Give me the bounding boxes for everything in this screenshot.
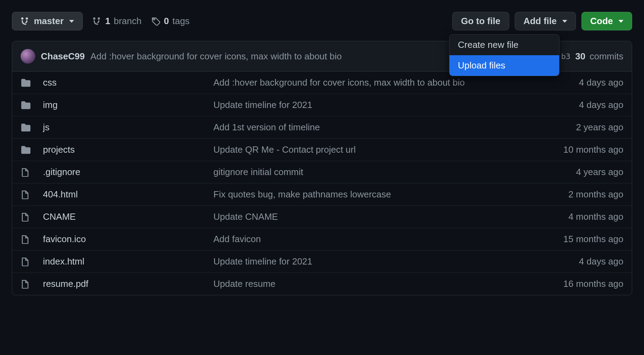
caret-down-icon <box>69 20 74 23</box>
file-commit-message[interactable]: Update timeline for 2021 <box>213 100 530 110</box>
folder-icon <box>21 122 40 133</box>
file-icon <box>21 212 40 222</box>
file-commit-message[interactable]: Add :hover background for cover icons, m… <box>213 77 530 88</box>
add-file-button[interactable]: Add file <box>515 12 576 30</box>
file-commit-message[interactable]: Fix quotes bug, make pathnames lowercase <box>213 189 530 200</box>
branch-name: master <box>34 16 64 27</box>
file-time: 15 months ago <box>533 234 623 245</box>
file-icon <box>21 190 40 199</box>
avatar[interactable] <box>21 49 35 64</box>
toolbar-left: master 1 branch 0 tags <box>12 12 444 30</box>
file-time: 4 days ago <box>533 77 623 88</box>
file-name[interactable]: .gitignore <box>43 167 211 178</box>
folder-icon <box>21 145 40 155</box>
file-icon <box>21 235 40 244</box>
tag-icon <box>151 17 160 26</box>
tag-count-link[interactable]: 0 tags <box>151 16 190 27</box>
table-row: projectsUpdate QR Me - Contact project u… <box>12 138 632 161</box>
commit-author[interactable]: ChaseC99 <box>41 51 85 62</box>
table-row: .gitignoregitignore initial commit4 year… <box>12 161 632 183</box>
table-row: favicon.icoAdd favicon15 months ago <box>12 228 632 250</box>
folder-icon <box>21 78 40 88</box>
dropdown-create-new-file[interactable]: Create new file <box>449 35 559 55</box>
commits-count: 30 <box>575 51 585 62</box>
add-file-label: Add file <box>524 16 557 27</box>
file-time: 4 years ago <box>533 167 623 178</box>
file-commit-message[interactable]: Update resume <box>213 278 530 289</box>
file-commit-message[interactable]: Update QR Me - Contact project url <box>213 144 530 155</box>
file-icon <box>21 257 40 266</box>
tag-count-label: tags <box>173 16 190 27</box>
toolbar-right: Go to file Add file Code Create new file… <box>452 12 632 30</box>
file-time: 2 years ago <box>533 122 623 133</box>
file-name[interactable]: favicon.ico <box>43 234 211 245</box>
table-row: resume.pdfUpdate resume16 months ago <box>12 273 632 295</box>
commits-label: commits <box>590 51 623 62</box>
table-row: jsAdd 1st version of timeline2 years ago <box>12 116 632 138</box>
file-commit-message[interactable]: Add 1st version of timeline <box>213 122 530 133</box>
file-time: 10 months ago <box>533 144 623 155</box>
file-name[interactable]: projects <box>43 144 211 155</box>
commit-hash-partial: b3 <box>561 52 571 61</box>
file-list-box: ChaseC99 Add :hover background for cover… <box>12 41 632 295</box>
branch-count-label: branch <box>114 16 142 27</box>
caret-down-icon <box>619 20 623 23</box>
go-to-file-label: Go to file <box>461 16 500 27</box>
table-row: 404.htmlFix quotes bug, make pathnames l… <box>12 183 632 205</box>
file-name[interactable]: CNAME <box>43 211 211 222</box>
file-name[interactable]: resume.pdf <box>43 278 211 289</box>
file-name[interactable]: js <box>43 122 211 133</box>
file-name[interactable]: img <box>43 100 211 110</box>
file-icon <box>21 280 40 289</box>
file-commit-message[interactable]: Add favicon <box>213 234 530 245</box>
file-name[interactable]: css <box>43 77 211 88</box>
repo-toolbar: master 1 branch 0 tags Go to file Add fi… <box>12 12 632 30</box>
code-label: Code <box>590 16 613 27</box>
file-time: 4 days ago <box>533 256 623 267</box>
table-row: imgUpdate timeline for 20214 days ago <box>12 94 632 116</box>
file-icon <box>21 168 40 177</box>
file-time: 4 months ago <box>533 211 623 222</box>
go-to-file-button[interactable]: Go to file <box>452 12 509 30</box>
file-commit-message[interactable]: Update timeline for 2021 <box>213 256 530 267</box>
table-row: CNAMEUpdate CNAME4 months ago <box>12 205 632 228</box>
file-time: 4 days ago <box>533 100 623 110</box>
file-time: 2 months ago <box>533 189 623 200</box>
code-button[interactable]: Code <box>581 12 632 30</box>
file-time: 16 months ago <box>533 278 623 289</box>
branch-select-button[interactable]: master <box>12 12 83 30</box>
file-name[interactable]: index.html <box>43 256 211 267</box>
file-commit-message[interactable]: gitignore initial commit <box>213 167 530 178</box>
git-branch-icon <box>93 17 102 26</box>
folder-icon <box>21 100 40 110</box>
git-branch-icon <box>21 17 30 26</box>
add-file-dropdown: Create new file Upload files <box>449 34 559 76</box>
file-rows: cssAdd :hover background for cover icons… <box>12 72 632 295</box>
branch-count: 1 <box>105 16 110 27</box>
table-row: index.htmlUpdate timeline for 20214 days… <box>12 250 632 273</box>
caret-down-icon <box>562 20 567 23</box>
file-name[interactable]: 404.html <box>43 189 211 200</box>
branch-count-link[interactable]: 1 branch <box>93 16 141 27</box>
tag-count: 0 <box>164 16 169 27</box>
file-commit-message[interactable]: Update CNAME <box>213 211 530 222</box>
dropdown-upload-files[interactable]: Upload files <box>449 55 559 76</box>
commits-link[interactable]: b3 30 commits <box>556 51 623 62</box>
